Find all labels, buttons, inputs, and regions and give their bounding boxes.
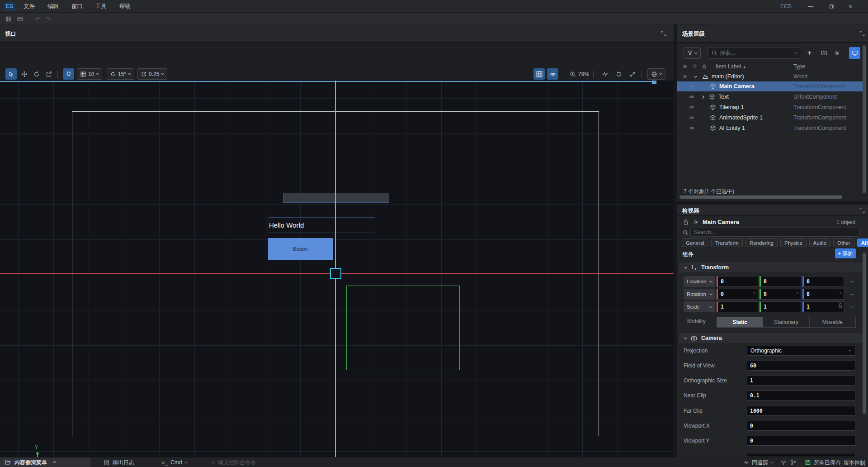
tree-row-world[interactable]: main (Editor) World [677,71,863,81]
save-icon[interactable] [5,16,12,22]
zoom-control[interactable]: 79% [570,68,589,80]
add-entity-button[interactable]: + [804,47,815,59]
eye-icon[interactable] [682,74,688,79]
version-control-button[interactable]: 版本控制 [844,459,865,467]
tree-row-tilemap[interactable]: Tilemap 1 TransformComponent [677,102,863,112]
link-icon[interactable]: ↔ [849,277,854,284]
scene-canvas[interactable]: Hello World Button Y X [0,81,674,467]
world-mode-dropdown[interactable] [647,68,665,80]
cmd-dropdown[interactable]: >_ Cmd [162,457,187,467]
scale-x-field[interactable] [717,301,758,312]
hierarchy-vscrollbar[interactable] [863,45,866,193]
redo-icon[interactable]: ↷ [46,15,51,23]
projection-select[interactable]: Orthographic [747,346,855,356]
eye-icon[interactable] [689,84,694,89]
add-folder-button[interactable] [818,47,830,59]
tree-row-animatedsprite[interactable]: AnimatedSprite 1 TransformComponent [677,113,863,123]
hierarchy-settings-button[interactable] [831,47,842,59]
hierarchy-search-input[interactable] [720,50,792,56]
tab-other[interactable]: Other [833,238,854,247]
ui-slider-element[interactable] [283,193,389,203]
link-icon[interactable]: ↔ [849,290,854,297]
scale-dropdown[interactable]: Scale [684,301,715,312]
menu-edit[interactable]: 编辑 [41,0,65,13]
inspector-search-input[interactable] [694,229,856,235]
network-status-icon[interactable] [780,459,787,466]
star-icon[interactable]: ☆ [692,63,697,69]
menu-file[interactable]: 文件 [17,0,41,13]
rotation-snap-dropdown[interactable]: 15° [107,68,134,80]
close-button[interactable]: × [844,0,857,13]
edit-tool[interactable] [43,68,54,80]
eye-icon[interactable] [689,94,694,100]
scale-snap-dropdown[interactable]: 0.25 [137,68,167,80]
menu-help[interactable]: 帮助 [113,0,137,13]
viewport-x-field[interactable] [747,421,855,431]
eye-icon[interactable] [689,125,694,131]
ui-button-element[interactable]: Button [268,238,333,260]
move-tool[interactable] [19,68,30,80]
content-drawer-button[interactable]: 内容侧滑菜单 [0,457,90,467]
save-status[interactable]: 所有已保存 [805,457,841,467]
tree-row-main-camera[interactable]: Main Camera TransformComponent [677,81,863,91]
rotate-tool[interactable] [31,68,42,80]
console-command-input[interactable]: > 输入控制台命令 [212,457,256,467]
chevron-right-icon[interactable] [701,95,704,98]
eye-icon[interactable] [682,64,688,69]
camera-section-header[interactable]: Camera [679,333,866,343]
far-clip-field[interactable] [747,406,855,416]
app-logo[interactable]: ES [4,2,15,11]
trace-dropdown[interactable]: 回追踪 [744,457,773,467]
location-dropdown[interactable]: Location [684,276,715,287]
viewport-y-field[interactable] [747,436,855,446]
panel-splitter[interactable] [674,24,677,457]
ui-text-element[interactable]: Hello World [268,217,375,233]
location-y-field[interactable] [760,276,801,287]
hierarchy-expand-icon[interactable] [859,31,865,36]
chevron-down-icon[interactable] [694,74,697,77]
branch-icon[interactable] [790,459,797,466]
col-type[interactable]: Type [793,63,805,70]
snap-tool[interactable] [63,68,74,80]
maximize-button[interactable] [825,0,838,13]
viewport-expand-icon[interactable] [661,31,666,36]
tab-transform[interactable]: Transform [711,238,743,247]
lock-icon[interactable] [702,64,707,69]
rotation-z-field[interactable]: ° [802,289,844,300]
location-z-field[interactable] [802,276,844,287]
filter-dropdown[interactable] [684,47,701,59]
stats-tool[interactable] [599,68,611,80]
display-mode-button[interactable] [849,47,860,59]
tab-all[interactable]: All [857,238,868,247]
inspector-search[interactable] [690,228,860,237]
eye-icon[interactable] [689,115,694,120]
open-folder-icon[interactable] [17,16,24,22]
add-component-button[interactable]: + 添加 [835,248,856,258]
gear-icon[interactable] [693,219,699,225]
field-of-view-field[interactable] [747,361,855,371]
link-icon[interactable]: ↔ [849,303,854,310]
output-log-button[interactable]: 输出日志 [104,457,134,467]
near-clip-field[interactable] [747,391,855,400]
tab-general[interactable]: General [682,238,708,247]
eye-icon[interactable] [689,105,694,110]
minimize-button[interactable]: — [804,0,817,13]
mobility-movable[interactable]: Movable [809,317,855,327]
rotation-dropdown[interactable]: Rotation [684,289,715,300]
tab-physics[interactable]: Physics [780,238,807,247]
transform-section-header[interactable]: Transform [679,262,866,272]
fullscreen-tool[interactable] [627,68,638,80]
rotation-x-field[interactable]: ° [717,289,758,300]
rotation-y-field[interactable]: ° [760,289,801,300]
tree-row-ai-entity[interactable]: AI Entity 1 TransformComponent [677,123,863,133]
location-x-field[interactable] [717,276,758,287]
hierarchy-search[interactable] [708,47,801,59]
menu-window[interactable]: 窗口 [65,0,89,13]
mobility-static[interactable]: Static [717,317,763,327]
grid-snap-dropdown[interactable]: 10 [77,68,102,80]
undo-icon[interactable]: ↶ [35,15,40,23]
unlock-icon[interactable] [683,219,689,225]
reset-view-tool[interactable] [613,68,624,80]
inspector-expand-icon[interactable] [859,208,865,213]
select-tool[interactable] [5,68,17,80]
